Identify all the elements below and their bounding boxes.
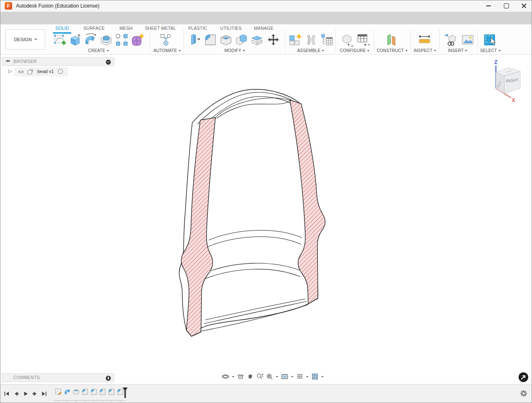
timeline-feature-fillet[interactable] bbox=[81, 388, 89, 395]
activate-component-radio[interactable] bbox=[58, 69, 63, 74]
timeline-ruler bbox=[54, 400, 126, 403]
tab-surface[interactable]: SURFACE bbox=[81, 26, 107, 32]
visibility-eye-icon[interactable] bbox=[18, 69, 24, 74]
timeline-settings-button[interactable] bbox=[520, 390, 527, 397]
viewports-caret-icon[interactable] bbox=[321, 376, 324, 377]
grid-caret-icon[interactable] bbox=[306, 376, 309, 377]
group-label-automate[interactable]: AUTOMATE bbox=[151, 48, 183, 53]
select-button[interactable] bbox=[482, 33, 497, 47]
maximize-icon bbox=[504, 3, 509, 8]
browser-collapse-icon[interactable]: ◀◀ bbox=[5, 59, 9, 63]
group-label-inspect[interactable]: INSPECT bbox=[411, 48, 438, 53]
comments-panel-header[interactable]: COMMENTS bbox=[2, 373, 114, 382]
display-settings-button[interactable] bbox=[281, 373, 288, 380]
configuration-table-icon bbox=[356, 33, 370, 47]
timeline-feature-sketch[interactable] bbox=[55, 388, 62, 395]
view-cube[interactable]: Z X RIGHT FRONT TOP bbox=[486, 59, 532, 105]
automate-button[interactable] bbox=[159, 33, 173, 47]
fit-caret-icon[interactable] bbox=[276, 376, 278, 377]
timeline-feature-revolve[interactable] bbox=[64, 388, 71, 395]
group-divider bbox=[183, 29, 184, 51]
timeline-feature-fillet[interactable] bbox=[108, 388, 115, 395]
orbit-button[interactable] bbox=[222, 373, 229, 380]
tab-manage[interactable]: MANAGE bbox=[251, 26, 276, 32]
viewport-canvas[interactable]: ◀◀ BROWSER ▷ bead v1 Z X RIGHT FRONT TOP… bbox=[0, 55, 532, 384]
timeline-position-marker[interactable] bbox=[122, 387, 128, 398]
create-form-button[interactable] bbox=[130, 33, 144, 47]
step-forward-button[interactable] bbox=[32, 391, 38, 397]
browser-minimize-icon[interactable] bbox=[106, 60, 111, 65]
combine-icon bbox=[234, 33, 249, 47]
minimize-button[interactable] bbox=[480, 0, 497, 12]
browser-panel-header[interactable]: ◀◀ BROWSER bbox=[2, 57, 114, 66]
measure-button[interactable] bbox=[417, 33, 432, 47]
tab-mesh[interactable]: MESH bbox=[117, 26, 135, 32]
rectangular-pattern-button[interactable] bbox=[115, 33, 129, 47]
model-bead-section-view[interactable] bbox=[0, 55, 532, 384]
bom-structure-icon bbox=[320, 33, 334, 47]
shell-button[interactable] bbox=[219, 33, 233, 47]
grid-display-button[interactable] bbox=[296, 373, 304, 380]
canvas-image-button[interactable] bbox=[461, 33, 475, 47]
tab-plastic[interactable]: PLASTIC bbox=[186, 26, 209, 32]
tab-utilities[interactable]: UTILITIES bbox=[218, 26, 244, 32]
press-pull-button[interactable] bbox=[188, 33, 202, 47]
extrude-button[interactable] bbox=[68, 33, 82, 47]
split-body-button[interactable] bbox=[250, 33, 264, 47]
play-button[interactable] bbox=[23, 391, 29, 397]
group-label-assemble[interactable]: ASSEMBLE bbox=[287, 48, 334, 53]
group-label-insert[interactable]: INSERT bbox=[441, 48, 474, 53]
tab-solid[interactable]: SOLID bbox=[51, 26, 73, 32]
zoom-button[interactable] bbox=[256, 373, 264, 380]
timeline-feature-shell[interactable] bbox=[73, 388, 80, 395]
bom-structure-button[interactable] bbox=[320, 33, 334, 47]
construction-planes-button[interactable] bbox=[384, 33, 398, 47]
group-label-create[interactable]: CREATE bbox=[52, 48, 144, 53]
extrude-icon bbox=[68, 33, 82, 47]
workspace-selector[interactable]: DESIGN bbox=[5, 29, 45, 50]
look-at-button[interactable] bbox=[237, 373, 244, 380]
ribbon: SOLID SURFACE MESH SHEET METAL PLASTIC U… bbox=[0, 24, 532, 55]
combine-button[interactable] bbox=[234, 33, 249, 47]
select-icon bbox=[482, 33, 497, 47]
maximize-button[interactable] bbox=[498, 0, 515, 12]
create-sketch-button[interactable] bbox=[52, 33, 67, 47]
close-icon bbox=[522, 3, 527, 8]
go-to-end-button[interactable] bbox=[41, 391, 47, 397]
move-copy-button[interactable] bbox=[266, 33, 280, 47]
viewports-button[interactable] bbox=[311, 373, 319, 380]
share-arrow-icon bbox=[519, 372, 528, 382]
browser-item-label[interactable]: bead v1 bbox=[37, 69, 54, 74]
fillet-button[interactable] bbox=[203, 33, 218, 47]
joint-button[interactable] bbox=[304, 33, 318, 47]
step-back-button[interactable] bbox=[13, 391, 19, 397]
group-label-construct[interactable]: CONSTRUCT bbox=[375, 48, 410, 53]
group-label-select[interactable]: SELECT bbox=[479, 48, 502, 53]
close-button[interactable] bbox=[516, 0, 532, 12]
timeline-feature-fillet[interactable] bbox=[90, 388, 97, 395]
insert-derive-button[interactable] bbox=[443, 33, 458, 47]
new-component-button[interactable] bbox=[288, 33, 302, 47]
feedback-bubble-button[interactable] bbox=[519, 372, 528, 382]
add-comment-icon[interactable] bbox=[106, 376, 111, 381]
timeline-feature-fillet[interactable] bbox=[99, 388, 106, 395]
fit-view-button[interactable] bbox=[266, 373, 273, 380]
orbit-icon bbox=[222, 373, 229, 380]
group-divider bbox=[335, 29, 336, 51]
revolve-button[interactable] bbox=[84, 33, 98, 47]
display-caret-icon[interactable] bbox=[291, 376, 294, 377]
assemble-caret-icon bbox=[322, 50, 324, 51]
orbit-caret-icon[interactable] bbox=[232, 376, 234, 377]
configuration-table-button[interactable] bbox=[356, 33, 370, 47]
browser-expand-icon[interactable]: ▷ bbox=[8, 68, 12, 74]
insert-derive-icon bbox=[443, 33, 458, 47]
tab-sheet-metal[interactable]: SHEET METAL bbox=[144, 26, 177, 32]
group-label-modify[interactable]: MODIFY bbox=[184, 48, 285, 53]
browser-item-row[interactable]: ▷ bead v1 bbox=[2, 67, 114, 77]
go-to-start-button[interactable] bbox=[4, 391, 10, 397]
joint-icon bbox=[304, 33, 318, 47]
configure-design-button[interactable] bbox=[340, 33, 354, 47]
group-label-configure[interactable]: CONFIGURE bbox=[337, 48, 373, 53]
hole-button[interactable] bbox=[99, 33, 113, 47]
pan-button[interactable] bbox=[246, 373, 254, 380]
